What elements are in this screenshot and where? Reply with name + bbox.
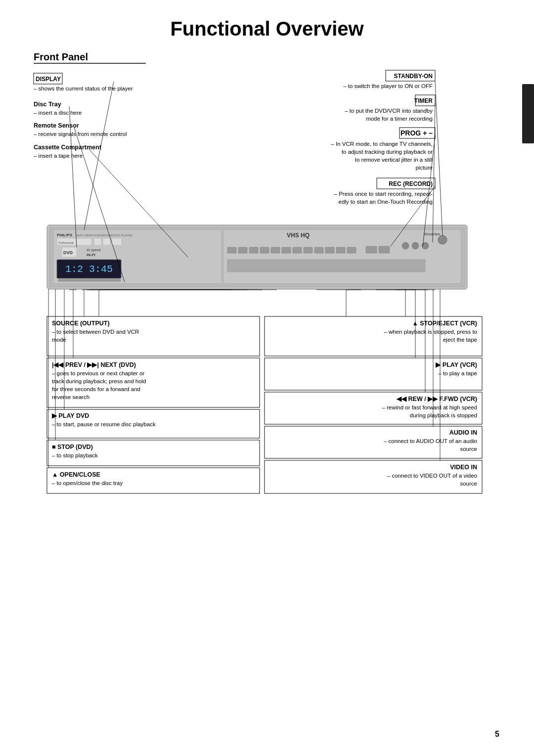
svg-rect-31 bbox=[379, 246, 390, 253]
remote-sensor-desc: – receive signals from remote control bbox=[34, 131, 127, 137]
svg-rect-22 bbox=[271, 247, 280, 253]
svg-point-32 bbox=[402, 242, 409, 249]
play-dvd-desc: – to start, pause or resume disc playbac… bbox=[52, 421, 156, 427]
stop-dvd-desc: – to stop playback bbox=[52, 452, 98, 458]
rec-desc1: – Press once to start recording, repeat- bbox=[334, 191, 433, 197]
prev-next-desc1: – goes to previous or next chapter or bbox=[52, 370, 144, 376]
svg-line-41 bbox=[435, 82, 443, 236]
svg-rect-19 bbox=[238, 247, 247, 253]
timer-desc1: – to put the DVD/VCR into standby bbox=[345, 108, 433, 114]
svg-line-37 bbox=[84, 82, 114, 230]
prog-desc2: to adjust tracking during playback or bbox=[342, 149, 433, 155]
cassette-label: Cassette Compartment bbox=[34, 144, 102, 151]
svg-rect-36 bbox=[227, 260, 425, 272]
svg-rect-23 bbox=[282, 247, 291, 253]
source-output-desc1: – to select between DVD and VCR bbox=[52, 329, 139, 335]
standby-label: STANDBY-ON bbox=[394, 73, 433, 80]
device-hifi: 4x speed bbox=[87, 248, 101, 252]
rew-ffwd-desc2: during playback is stopped bbox=[410, 412, 477, 418]
svg-rect-20 bbox=[249, 247, 258, 253]
open-close-label: ▲ OPEN/CLOSE bbox=[52, 471, 100, 478]
svg-rect-24 bbox=[293, 247, 302, 253]
device-brand: PHILIPS bbox=[57, 233, 73, 237]
svg-point-35 bbox=[438, 235, 447, 244]
audio-in-desc1: – connect to AUDIO OUT of an audio bbox=[384, 438, 477, 444]
svg-rect-25 bbox=[304, 247, 312, 253]
disc-tray-desc: – insert a disc here bbox=[34, 110, 82, 116]
svg-rect-11 bbox=[94, 238, 101, 245]
audio-in-label: AUDIO IN bbox=[449, 429, 477, 436]
source-output-label: SOURCE (OUTPUT) bbox=[52, 320, 110, 327]
standby-desc: – to switch the player to ON or OFF bbox=[343, 83, 433, 89]
rec-label: REC (RECORD) bbox=[389, 180, 433, 187]
device-showview: ShowView bbox=[424, 232, 441, 236]
rew-ffwd-label: ◀◀ REW / ▶▶ F.FWD (VCR) bbox=[396, 396, 477, 402]
svg-rect-12 bbox=[103, 238, 110, 245]
disc-tray-label: Disc Tray bbox=[34, 101, 61, 108]
svg-rect-30 bbox=[366, 246, 377, 253]
play-vcr-desc: – to play a tape bbox=[438, 370, 477, 376]
prev-next-desc2: track during playback; press and hold bbox=[52, 378, 146, 384]
display-label: DISPLAY bbox=[36, 76, 61, 83]
svg-rect-16 bbox=[58, 279, 121, 281]
stop-dvd-label: ■ STOP (DVD) bbox=[52, 444, 93, 450]
play-dvd-label: ▶ PLAY DVD bbox=[52, 412, 89, 419]
timer-desc2: mode for a timer recording bbox=[366, 116, 433, 122]
prog-desc1: – In VCR mode, to change TV channels, bbox=[331, 141, 433, 147]
device-dvd-logo: DVD bbox=[63, 250, 73, 255]
svg-rect-28 bbox=[336, 247, 345, 253]
svg-rect-18 bbox=[227, 247, 236, 253]
rew-ffwd-desc1: – rewind or fast forward at high speed bbox=[382, 404, 477, 410]
device-hifi2: Hi-Fi bbox=[87, 253, 96, 257]
prev-next-desc4: reverse search bbox=[52, 394, 89, 400]
stop-eject-desc1: – when playback is stopped, press to bbox=[384, 329, 477, 335]
open-close-desc: – to open/close the disc tray bbox=[52, 480, 123, 486]
video-in-label: VIDEO IN bbox=[450, 464, 477, 471]
audio-in-desc2: source bbox=[460, 446, 477, 452]
device-trusurround: TruSurround bbox=[58, 241, 74, 244]
stop-eject-desc2: eject the tape bbox=[443, 337, 477, 343]
cassette-desc: – insert a tape here bbox=[34, 153, 83, 159]
play-vcr-label: ▶ PLAY (VCR) bbox=[436, 361, 477, 368]
svg-rect-29 bbox=[347, 247, 356, 253]
device-clock-display: 1:2 3:45 bbox=[65, 264, 113, 275]
svg-rect-21 bbox=[260, 247, 269, 253]
prev-next-desc3: for three seconds for a forward and bbox=[52, 386, 140, 392]
svg-rect-27 bbox=[325, 247, 334, 253]
display-desc: – shows the current status of the player bbox=[34, 86, 133, 91]
rec-desc2: edly to start an One-Touch Recording bbox=[339, 199, 433, 205]
stop-eject-label: ▲ STOP/EJECT (VCR) bbox=[412, 320, 477, 327]
video-in-desc1: – connect to VIDEO OUT of a video bbox=[387, 473, 477, 479]
prev-next-label: |◀◀ PREV / ▶▶| NEXT (DVD) bbox=[52, 361, 136, 368]
svg-rect-26 bbox=[314, 247, 323, 253]
svg-point-33 bbox=[412, 242, 419, 249]
timer-label: TIMER bbox=[414, 97, 433, 104]
device-model: DVD 740VR DVD/HD/VIDEO/CD PLAYER bbox=[77, 234, 133, 237]
main-title: Functional Overview bbox=[170, 18, 364, 40]
svg-line-42 bbox=[433, 103, 435, 242]
svg-rect-13 bbox=[112, 238, 122, 245]
svg-rect-1 bbox=[522, 84, 534, 143]
remote-sensor-label: Remote Sensor bbox=[34, 122, 79, 129]
page-number: 5 bbox=[495, 730, 499, 738]
section-heading: Front Panel bbox=[34, 51, 88, 62]
prog-desc3: to remove vertical jitter in a still bbox=[355, 157, 433, 163]
device-vhs: VHS HQ bbox=[287, 232, 310, 239]
svg-rect-17 bbox=[223, 230, 461, 283]
prog-desc4: picture bbox=[415, 165, 433, 171]
prog-label: PROG + – bbox=[400, 129, 433, 137]
source-output-desc2: mode bbox=[52, 337, 66, 343]
video-in-desc2: source bbox=[460, 481, 477, 487]
